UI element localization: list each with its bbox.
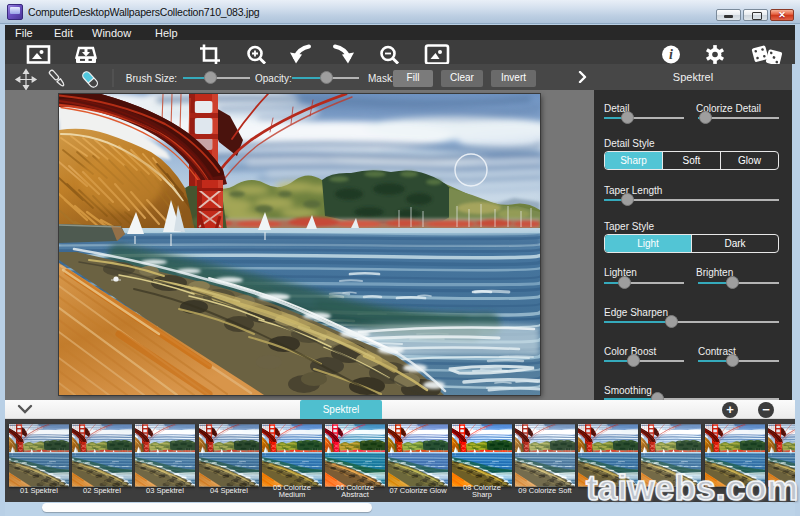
svg-text:i: i <box>669 47 673 62</box>
